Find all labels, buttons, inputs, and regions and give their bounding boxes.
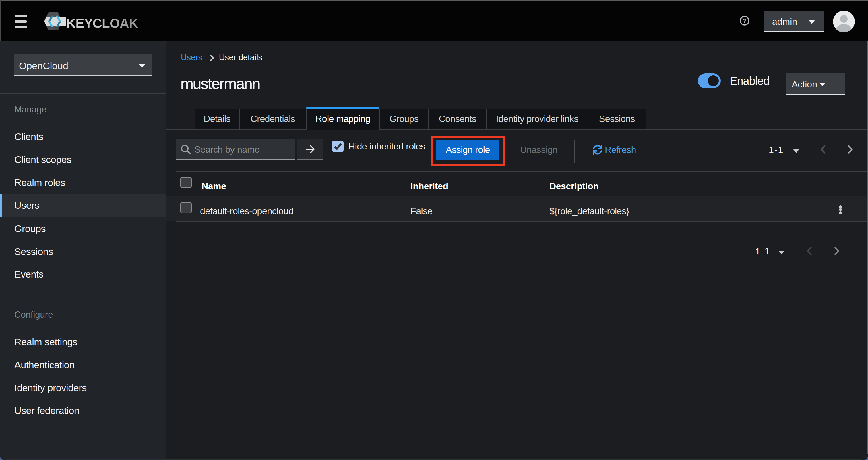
svg-text:?: ? — [743, 17, 747, 24]
